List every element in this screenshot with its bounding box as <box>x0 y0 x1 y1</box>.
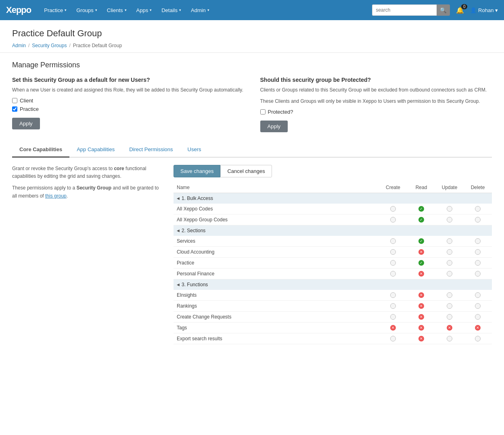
checkbox-practice[interactable] <box>12 106 17 112</box>
breadcrumb-admin[interactable]: Admin <box>12 43 26 48</box>
save-changes-button[interactable]: Save changes <box>174 165 220 177</box>
nav-apps[interactable]: Apps ▾ <box>132 0 157 20</box>
item-update[interactable] <box>435 204 464 214</box>
icon-empty[interactable] <box>390 303 396 309</box>
nav-practice[interactable]: Practice ▾ <box>39 0 71 20</box>
collapse-icon[interactable]: ◀ <box>177 196 180 200</box>
item-update[interactable] <box>435 333 464 344</box>
icon-empty[interactable] <box>447 217 452 223</box>
tab-core-capabilities[interactable]: Core Capabilities <box>12 142 69 158</box>
brand-logo[interactable]: Xeppo <box>6 5 31 15</box>
item-delete[interactable] <box>464 214 492 225</box>
item-update[interactable] <box>435 301 464 312</box>
item-read[interactable] <box>407 323 435 333</box>
icon-empty[interactable] <box>390 271 396 277</box>
cancel-changes-button[interactable]: Cancel changes <box>220 165 272 177</box>
item-update[interactable] <box>435 247 464 258</box>
icon-empty[interactable] <box>447 271 452 277</box>
user-menu[interactable]: 👤 Rohan ▾ <box>470 7 498 13</box>
item-create[interactable] <box>379 258 407 268</box>
item-create[interactable] <box>379 204 407 214</box>
item-read[interactable] <box>407 301 435 312</box>
icon-empty[interactable] <box>390 336 396 341</box>
search-button[interactable]: 🔍 <box>437 4 450 16</box>
item-read[interactable] <box>407 268 435 279</box>
tab-app-capabilities[interactable]: App Capabilities <box>69 142 122 158</box>
nav-details[interactable]: Details ▾ <box>157 0 186 20</box>
icon-empty[interactable] <box>475 249 481 255</box>
icon-empty[interactable] <box>447 314 452 320</box>
item-read[interactable] <box>407 236 435 247</box>
icon-empty[interactable] <box>475 217 481 223</box>
tab-users[interactable]: Users <box>180 142 209 158</box>
nav-clients[interactable]: Clients ▾ <box>102 0 132 20</box>
nav-admin[interactable]: Admin ▾ <box>186 0 214 20</box>
icon-empty[interactable] <box>390 238 396 244</box>
item-update[interactable] <box>435 236 464 247</box>
left-apply-button[interactable]: Apply <box>12 118 40 129</box>
item-delete[interactable] <box>464 323 492 333</box>
item-create[interactable] <box>379 268 407 279</box>
item-read[interactable] <box>407 258 435 268</box>
item-update[interactable] <box>435 312 464 323</box>
item-create[interactable] <box>379 290 407 301</box>
icon-empty[interactable] <box>447 336 452 341</box>
item-delete[interactable] <box>464 258 492 268</box>
icon-empty[interactable] <box>390 206 396 212</box>
item-read[interactable] <box>407 333 435 344</box>
item-create[interactable] <box>379 323 407 333</box>
checkbox-client[interactable] <box>12 98 17 103</box>
checkbox-protected[interactable] <box>260 109 266 114</box>
item-update[interactable] <box>435 214 464 225</box>
item-delete[interactable] <box>464 204 492 214</box>
item-update[interactable] <box>435 258 464 268</box>
tab-direct-permissions[interactable]: Direct Permissions <box>122 142 180 158</box>
item-update[interactable] <box>435 290 464 301</box>
icon-empty[interactable] <box>475 292 481 298</box>
icon-empty[interactable] <box>475 206 481 212</box>
item-read[interactable] <box>407 214 435 225</box>
item-delete[interactable] <box>464 333 492 344</box>
icon-empty[interactable] <box>447 292 452 298</box>
item-read[interactable] <box>407 204 435 214</box>
collapse-icon[interactable]: ◀ <box>177 229 180 233</box>
collapse-icon[interactable]: ◀ <box>177 283 180 287</box>
icon-empty[interactable] <box>475 271 481 277</box>
item-update[interactable] <box>435 268 464 279</box>
item-create[interactable] <box>379 236 407 247</box>
icon-empty[interactable] <box>447 303 452 309</box>
icon-empty[interactable] <box>390 260 396 266</box>
icon-empty[interactable] <box>475 303 481 309</box>
icon-empty[interactable] <box>390 217 396 223</box>
item-delete[interactable] <box>464 290 492 301</box>
icon-empty[interactable] <box>390 292 396 298</box>
nav-groups[interactable]: Groups ▾ <box>71 0 102 20</box>
icon-empty[interactable] <box>447 206 452 212</box>
icon-empty[interactable] <box>390 249 396 255</box>
search-input[interactable] <box>372 4 437 16</box>
item-delete[interactable] <box>464 236 492 247</box>
item-create[interactable] <box>379 214 407 225</box>
icon-empty[interactable] <box>475 314 481 320</box>
item-delete[interactable] <box>464 312 492 323</box>
item-delete[interactable] <box>464 247 492 258</box>
icon-empty[interactable] <box>447 260 452 266</box>
breadcrumb-security-groups[interactable]: Security Groups <box>32 43 67 48</box>
right-apply-button[interactable]: Apply <box>260 121 288 132</box>
item-read[interactable] <box>407 290 435 301</box>
icon-empty[interactable] <box>475 238 481 244</box>
icon-empty[interactable] <box>390 314 396 320</box>
item-delete[interactable] <box>464 268 492 279</box>
item-delete[interactable] <box>464 301 492 312</box>
item-create[interactable] <box>379 301 407 312</box>
notification-bell[interactable]: 🔔 0 <box>456 6 464 14</box>
item-create[interactable] <box>379 312 407 323</box>
item-update[interactable] <box>435 323 464 333</box>
item-create[interactable] <box>379 247 407 258</box>
icon-empty[interactable] <box>475 336 481 341</box>
icon-empty[interactable] <box>447 238 452 244</box>
icon-empty[interactable] <box>447 249 452 255</box>
icon-empty[interactable] <box>475 260 481 266</box>
item-create[interactable] <box>379 333 407 344</box>
item-read[interactable] <box>407 247 435 258</box>
